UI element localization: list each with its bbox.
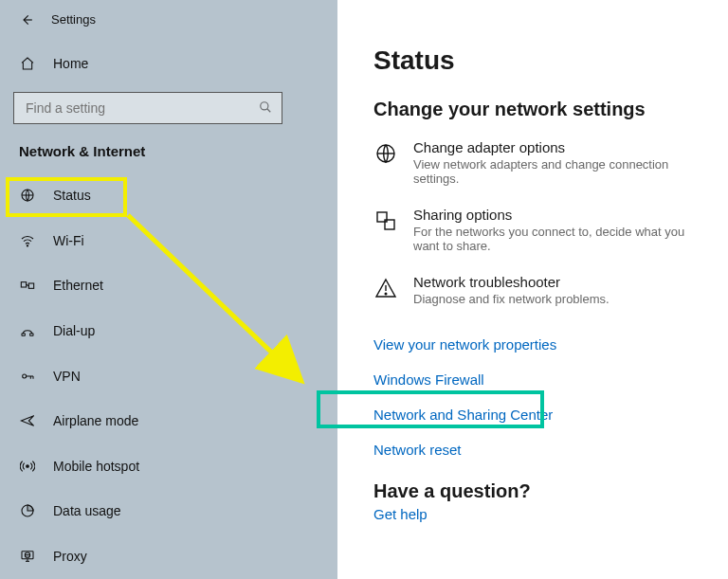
sidebar-item-label: Proxy [53,549,87,564]
option-title: Network troubleshooter [413,274,610,290]
option-title: Change adapter options [413,139,705,155]
content-pane: Status Change your network settings Chan… [337,0,728,579]
svg-point-27 [385,293,387,295]
datausage-icon [19,502,36,519]
app-title: Settings [51,12,96,27]
sidebar-item-label: Mobile hotspot [53,459,139,474]
svg-rect-10 [30,334,33,336]
link-network-properties[interactable]: View your network properties [373,327,705,362]
svg-point-5 [27,244,27,245]
svg-point-15 [27,465,29,468]
svg-rect-7 [28,283,33,288]
link-network-reset[interactable]: Network reset [373,432,705,467]
svg-rect-9 [22,334,25,336]
page-title: Status [373,45,705,76]
sidebar-item-proxy[interactable]: Proxy [0,534,337,579]
home-icon [19,55,36,72]
sidebar-item-label: Ethernet [53,278,103,293]
sidebar-item-ethernet[interactable]: Ethernet [0,263,337,309]
globe-icon [373,141,398,166]
svg-point-1 [261,102,268,110]
vpn-icon [19,368,36,385]
search-input-container[interactable] [13,92,282,124]
sidebar: Settings Home Network & Internet [0,0,337,579]
search-icon [259,100,272,117]
sidebar-item-label: Status [53,188,91,203]
link-network-sharing-center[interactable]: Network and Sharing Center [373,397,705,432]
sidebar-item-status[interactable]: Status [0,172,337,218]
sidebar-header: Settings [0,0,337,40]
sidebar-item-hotspot[interactable]: Mobile hotspot [0,443,337,489]
sidebar-item-airplane[interactable]: Airplane mode [0,398,337,443]
sidebar-section-title: Network & Internet [0,134,337,172]
sidebar-home-label: Home [53,56,88,71]
option-sharing[interactable]: Sharing options For the networks you con… [373,207,705,253]
back-icon[interactable] [19,12,34,27]
link-get-help[interactable]: Get help [373,506,428,522]
sidebar-item-dialup[interactable]: Dial-up [0,308,337,353]
option-troubleshoot[interactable]: Network troubleshooter Diagnose and fix … [373,274,705,306]
status-icon [19,187,36,204]
option-subtitle: View network adapters and change connect… [413,157,705,186]
sidebar-home[interactable]: Home [0,42,337,87]
question-section: Have a question? Get help [373,480,705,522]
ethernet-icon [19,277,36,294]
option-adapter[interactable]: Change adapter options View network adap… [373,139,705,186]
option-subtitle: Diagnose and fix network problems. [413,292,610,306]
link-list: View your network properties Windows Fir… [373,327,705,467]
warning-icon [373,276,398,300]
sharing-icon [373,208,398,233]
sidebar-item-wifi[interactable]: Wi-Fi [0,218,337,263]
wifi-icon [19,232,36,249]
svg-rect-6 [21,282,26,287]
option-subtitle: For the networks you connect to, decide … [413,225,705,253]
sidebar-item-label: Airplane mode [53,413,138,428]
search-input[interactable] [24,100,251,117]
sidebar-item-vpn[interactable]: VPN [0,353,337,399]
sidebar-item-datausage[interactable]: Data usage [0,489,337,534]
svg-line-2 [267,109,271,113]
sidebar-item-label: Wi-Fi [53,233,84,248]
link-windows-firewall[interactable]: Windows Firewall [373,362,705,397]
sidebar-item-label: Dial-up [53,323,95,338]
hotspot-icon [19,458,36,475]
sidebar-item-label: Data usage [53,503,121,518]
question-heading: Have a question? [373,480,705,502]
sidebar-item-label: VPN [53,369,81,384]
dialup-icon [19,322,36,339]
proxy-icon [19,548,36,565]
option-title: Sharing options [413,207,705,223]
section-heading: Change your network settings [373,99,705,120]
airplane-icon [19,412,36,429]
svg-point-11 [23,374,27,378]
